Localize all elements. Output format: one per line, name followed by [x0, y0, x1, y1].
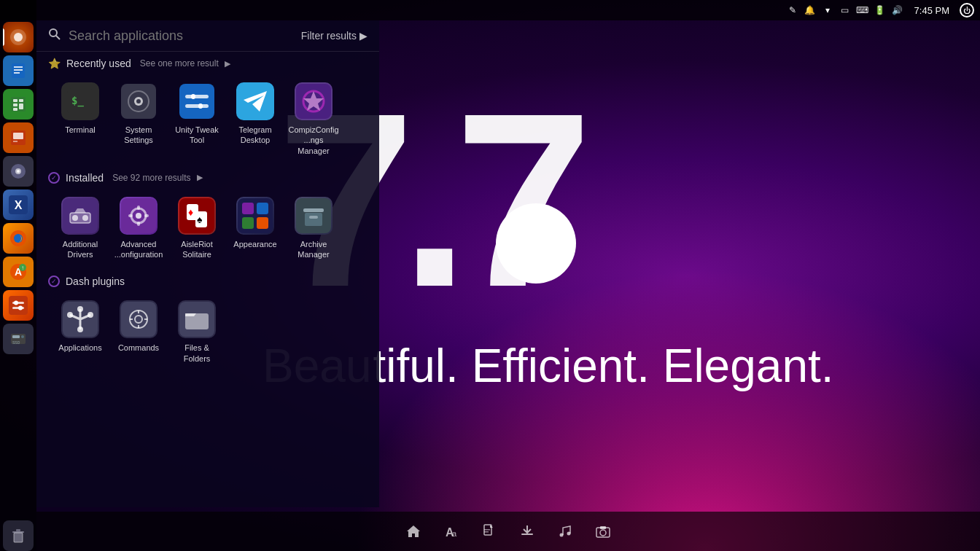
aisleriott-icon: ♦♠ [178, 197, 216, 235]
recently-used-arrow: ▶ [225, 59, 230, 69]
app-additional-drivers-label: Additional Drivers [54, 239, 106, 260]
svg-rect-64 [128, 214, 133, 217]
app-archive[interactable]: Archive Manager [284, 191, 343, 266]
svg-rect-74 [242, 217, 254, 229]
svg-rect-32 [12, 335, 20, 338]
svg-rect-63 [137, 222, 140, 226]
dash-plugins-check-icon [48, 276, 60, 287]
unity-launcher: X A↑ SSD [0, 0, 36, 551]
installed-grid: Additional Drivers Advanced ...onfigurat… [48, 191, 368, 266]
app-terminal[interactable]: $_ Terminal [51, 77, 109, 162]
svg-rect-9 [13, 103, 18, 106]
svg-point-30 [18, 306, 23, 310]
advanced-config-icon [120, 197, 158, 235]
topbar-time: 7:45 PM [914, 5, 949, 16]
recently-used-see-more[interactable]: See one more result [140, 58, 219, 69]
svg-rect-104 [600, 526, 606, 529]
launcher-disk[interactable]: SSD [3, 324, 34, 354]
svg-point-45 [136, 99, 141, 103]
launcher-writer[interactable] [3, 55, 34, 86]
dash-plugin-files[interactable]: Files & Folders [168, 294, 226, 370]
taskbar-import[interactable] [519, 523, 535, 539]
svg-point-61 [136, 213, 141, 219]
wifi-icon[interactable]: ▾ [821, 4, 834, 17]
bell-icon[interactable]: 🔔 [804, 4, 817, 17]
launcher-firefox[interactable] [3, 223, 34, 254]
svg-rect-4 [14, 69, 23, 71]
svg-rect-7 [13, 99, 18, 102]
installed-title: Installed [66, 172, 104, 184]
recently-used-grid: $_ Terminal System Settings Unity T [48, 77, 368, 162]
app-compiz-label: CompizConfig ...ngs Manager [287, 125, 340, 156]
dash-plugin-commands-label: Commands [118, 343, 159, 353]
launcher-trash[interactable] [3, 520, 34, 551]
installed-arrow: ▶ [197, 173, 203, 182]
launcher-updater[interactable]: A↑ [3, 257, 34, 287]
terminal-icon: $_ [61, 82, 99, 120]
launcher-calc[interactable] [3, 89, 34, 120]
app-appearance[interactable]: Appearance [226, 191, 284, 266]
dash-plugins-section: Dash plugins Applications Commands [36, 273, 379, 377]
telegram-icon [236, 82, 274, 120]
app-system-settings-label: System Settings [112, 125, 165, 146]
svg-point-17 [17, 170, 20, 173]
svg-rect-11 [13, 108, 18, 111]
svg-text:↑: ↑ [21, 265, 24, 271]
volume-icon[interactable]: 🔊 [891, 4, 904, 17]
app-terminal-label: Terminal [65, 125, 96, 135]
svg-text:a: a [452, 529, 457, 538]
launcher-xorg[interactable]: X [3, 189, 34, 220]
pencil-icon[interactable]: ✎ [786, 4, 799, 17]
battery-icon[interactable]: 🔋 [874, 4, 887, 17]
compiz-icon [295, 82, 332, 120]
app-telegram[interactable]: Telegram Desktop [226, 77, 284, 162]
svg-rect-14 [13, 141, 18, 142]
installed-see-more[interactable]: See 92 more results [112, 173, 190, 183]
svg-rect-73 [257, 203, 268, 214]
svg-rect-50 [198, 103, 203, 109]
app-unity-tweak[interactable]: Unity Tweak Tool [168, 77, 226, 162]
app-telegram-label: Telegram Desktop [229, 125, 281, 146]
app-archive-label: Archive Manager [287, 239, 340, 260]
svg-point-83 [88, 312, 93, 318]
launcher-impress[interactable] [3, 122, 34, 153]
svg-rect-79 [309, 216, 318, 219]
app-aisleriott-label: AisleRiot Solitaire [171, 239, 223, 260]
taskbar-file[interactable] [481, 523, 497, 539]
svg-rect-72 [242, 203, 254, 214]
power-icon[interactable]: ⏻ [960, 3, 974, 17]
svg-point-38 [50, 29, 57, 36]
appearance-icon [236, 197, 274, 235]
taskbar-camera[interactable] [595, 523, 611, 539]
app-aisleriott[interactable]: ♦♠ AisleRiot Solitaire [168, 191, 226, 266]
taskbar-music[interactable] [557, 523, 573, 539]
search-input[interactable] [69, 28, 294, 44]
launcher-settings[interactable] [3, 156, 34, 187]
dash-plugin-applications[interactable]: Applications [51, 294, 109, 370]
app-additional-drivers[interactable]: Additional Drivers [51, 191, 109, 266]
svg-rect-62 [137, 206, 140, 210]
svg-point-58 [82, 215, 88, 221]
display-icon[interactable]: ▭ [839, 4, 852, 17]
svg-point-100 [560, 534, 564, 537]
launcher-unity-tweak[interactable] [3, 290, 34, 321]
app-system-settings[interactable]: System Settings [109, 77, 168, 162]
app-compiz[interactable]: CompizConfig ...ngs Manager [284, 77, 343, 162]
svg-text:$_: $_ [71, 95, 84, 107]
svg-rect-65 [144, 214, 149, 217]
commands-plugin-icon [120, 300, 158, 338]
keyboard-icon[interactable]: ⌨ [856, 4, 869, 17]
taskbar-home[interactable] [405, 523, 421, 539]
app-unity-tweak-label: Unity Tweak Tool [171, 125, 223, 146]
dash-plugins-header: Dash plugins [48, 276, 368, 287]
launcher-dash[interactable] [3, 22, 34, 52]
svg-rect-37 [16, 529, 20, 531]
dash-plugin-commands[interactable]: Commands [109, 294, 168, 370]
app-advanced-config[interactable]: Advanced ...onfiguration [109, 191, 168, 266]
taskbar-font[interactable]: Aa [443, 523, 459, 539]
filter-results-button[interactable]: Filter results ▶ [301, 30, 368, 42]
svg-rect-51 [238, 84, 273, 119]
svg-point-33 [21, 335, 24, 338]
svg-point-1 [14, 33, 23, 42]
svg-rect-97 [484, 529, 490, 531]
